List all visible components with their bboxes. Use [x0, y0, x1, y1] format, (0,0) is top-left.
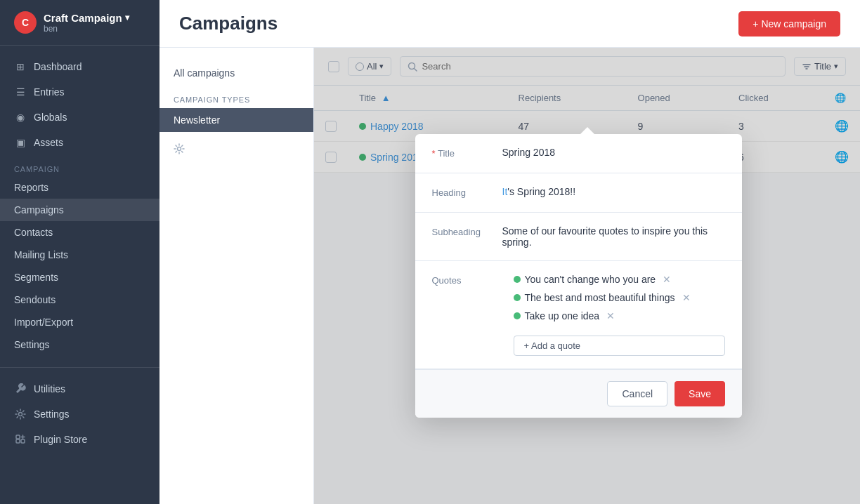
- sidebar-item-reports[interactable]: Reports: [0, 176, 159, 199]
- plugin-icon: [14, 433, 27, 446]
- brand-name: Craft Campaign ▾: [44, 12, 145, 24]
- add-quote-button[interactable]: + Add a quote: [514, 336, 726, 356]
- sidebar-item-sendouts[interactable]: Sendouts: [0, 289, 159, 311]
- sidebar: C Craft Campaign ▾ ben ⊞ Dashboard ☰ Ent…: [0, 0, 159, 504]
- svg-rect-1: [16, 439, 20, 443]
- cancel-button[interactable]: Cancel: [607, 381, 667, 406]
- campaign-section-label: Campaign: [0, 155, 159, 176]
- dashboard-icon: ⊞: [14, 60, 27, 73]
- modal-subheading-row: Subheading Some of our favourite quotes …: [415, 213, 743, 261]
- entries-icon: ☰: [14, 86, 27, 98]
- sidebar-nav: ⊞ Dashboard ☰ Entries ◉ Globals ▣ Assets…: [0, 46, 159, 504]
- sidebar-item-campaigns[interactable]: Campaigns: [0, 199, 159, 221]
- campaign-settings-icon[interactable]: [159, 132, 313, 168]
- sidebar-label-globals: Globals: [34, 112, 67, 123]
- assets-icon: ▣: [14, 136, 27, 149]
- sidebar-item-assets[interactable]: ▣ Assets: [0, 130, 159, 155]
- left-panel: All campaigns Campaign Types Newsletter: [159, 48, 314, 504]
- sidebar-item-entries[interactable]: ☰ Entries: [0, 79, 159, 105]
- sidebar-item-plugin-store[interactable]: Plugin Store: [0, 427, 159, 452]
- quote-text-2: The best and most beautiful things: [525, 292, 675, 303]
- quote-item-3: Take up one idea ✕: [514, 310, 726, 321]
- sidebar-item-mailing-lists[interactable]: Mailing Lists: [0, 244, 159, 266]
- brand-header[interactable]: C Craft Campaign ▾ ben: [0, 0, 159, 46]
- modal-title-row: * Title Spring 2018: [415, 134, 743, 173]
- content-area: All campaigns Campaign Types Newsletter …: [159, 48, 860, 504]
- save-button[interactable]: Save: [675, 381, 725, 406]
- sidebar-item-contacts[interactable]: Contacts: [0, 221, 159, 244]
- quote-remove-1[interactable]: ✕: [663, 274, 671, 285]
- svg-rect-3: [16, 435, 20, 439]
- quote-remove-3[interactable]: ✕: [606, 310, 615, 321]
- brand-chevron: ▾: [125, 13, 129, 22]
- modal-heading-label: Heading: [432, 186, 502, 198]
- quote-remove-2[interactable]: ✕: [682, 292, 691, 303]
- sidebar-item-segments[interactable]: Segments: [0, 266, 159, 289]
- modal-quotes-section: Quotes You can't change who you are ✕: [415, 261, 743, 369]
- quote-dot-2: [514, 294, 521, 301]
- utilities-icon: [14, 383, 27, 395]
- brand-user: ben: [44, 24, 145, 34]
- modal-overlay: * Title Spring 2018 Heading It's Spring …: [314, 48, 860, 504]
- page-title: Campaigns: [179, 13, 278, 34]
- modal-heading-row: Heading It's Spring 2018!!: [415, 173, 743, 213]
- campaign-types-label: Campaign Types: [159, 84, 313, 108]
- quote-dot-1: [514, 276, 521, 283]
- globals-icon: ◉: [14, 111, 27, 124]
- campaign-type-newsletter[interactable]: Newsletter: [159, 108, 313, 132]
- quotes-list: You can't change who you are ✕ The best …: [514, 274, 726, 356]
- sidebar-item-dashboard[interactable]: ⊞ Dashboard: [0, 54, 159, 79]
- new-campaign-button[interactable]: + New campaign: [738, 11, 840, 37]
- header: Campaigns + New campaign: [159, 0, 860, 48]
- brand-avatar: C: [14, 11, 37, 34]
- all-campaigns-link[interactable]: All campaigns: [159, 62, 313, 84]
- modal-subheading-label: Subheading: [432, 225, 502, 237]
- main-content: Campaigns + New campaign All campaigns C…: [159, 0, 860, 504]
- right-panel: All ▾ Title ▾: [314, 48, 860, 504]
- quote-text-3: Take up one idea: [525, 310, 600, 321]
- quote-item-1: You can't change who you are ✕: [514, 274, 726, 285]
- sidebar-item-utilities[interactable]: Utilities: [0, 376, 159, 402]
- svg-rect-2: [21, 439, 25, 443]
- modal-wrapper: * Title Spring 2018 Heading It's Spring …: [415, 134, 760, 418]
- sidebar-item-globals[interactable]: ◉ Globals: [0, 105, 159, 130]
- quote-text-1: You can't change who you are: [525, 274, 656, 285]
- sidebar-item-import-export[interactable]: Import/Export: [0, 311, 159, 333]
- sidebar-item-settings[interactable]: Settings: [0, 333, 159, 356]
- modal-footer: Cancel Save: [415, 369, 743, 418]
- sidebar-label-entries: Entries: [34, 86, 65, 98]
- svg-point-4: [178, 147, 181, 151]
- quote-dot-3: [514, 312, 521, 319]
- modal-quotes-label: Quotes: [432, 274, 502, 356]
- svg-point-0: [19, 413, 22, 416]
- modal-subheading-value[interactable]: Some of our favourite quotes to inspire …: [502, 225, 726, 248]
- sidebar-item-settings2[interactable]: Settings: [0, 402, 159, 427]
- modal-heading-value[interactable]: It's Spring 2018!!: [502, 186, 726, 197]
- modal-body: * Title Spring 2018 Heading It's Spring …: [415, 134, 743, 369]
- sidebar-label-dashboard: Dashboard: [34, 61, 82, 72]
- modal-arrow: [580, 127, 594, 134]
- modal-title-label: * Title: [432, 147, 502, 159]
- quote-item-2: The best and most beautiful things ✕: [514, 292, 726, 303]
- modal-title-value[interactable]: Spring 2018: [502, 147, 726, 158]
- settings-icon: [14, 408, 27, 420]
- sidebar-label-assets: Assets: [34, 137, 63, 148]
- edit-campaign-modal: * Title Spring 2018 Heading It's Spring …: [415, 134, 743, 418]
